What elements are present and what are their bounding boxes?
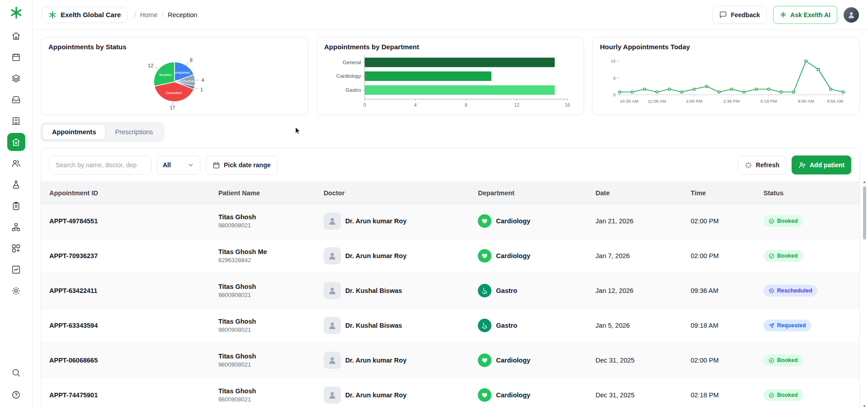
svg-text:12: 12 <box>148 63 153 68</box>
chart-title: Appointments by Status <box>48 43 301 51</box>
send-icon <box>769 323 774 329</box>
doctor-cell: Dr. Arun kumar Roy <box>316 386 470 404</box>
patient-phone: 6296328842 <box>218 257 267 264</box>
svg-text:11:06 AM: 11:06 AM <box>648 99 666 104</box>
patient-phone: 9800908021 <box>218 326 256 333</box>
ask-ai-button[interactable]: Ask Exelth AI <box>773 6 837 24</box>
sidebar-item-lab[interactable] <box>7 175 25 193</box>
heart-icon <box>481 252 488 259</box>
department-name: Cardiology <box>496 252 530 259</box>
svg-text:0: 0 <box>363 103 366 108</box>
department-name: Gastro <box>496 287 517 294</box>
person-icon <box>327 320 337 330</box>
patient-name: Titas Ghosh <box>218 353 256 360</box>
refresh-icon <box>745 161 752 169</box>
tab-appointments[interactable]: Appointments <box>42 124 105 140</box>
department-cell: Cardiology <box>470 388 587 402</box>
department-cell: Gastro <box>470 284 587 297</box>
svg-text:12: 12 <box>611 59 616 64</box>
sidebar-item-settings[interactable] <box>7 282 25 300</box>
scroll-thumb[interactable] <box>863 186 866 240</box>
sidebar-item-help[interactable] <box>7 386 25 404</box>
refresh-label: Refresh <box>756 161 779 169</box>
time-cell: 02:00 PM <box>683 357 755 364</box>
add-patient-button[interactable]: Add patient <box>792 156 851 174</box>
doctor-avatar <box>324 247 341 264</box>
department-cell: Cardiology <box>470 214 587 228</box>
patient-cell: Titas Ghosh 9800908021 <box>210 283 316 298</box>
sparkle-icon <box>48 11 57 19</box>
heart-icon <box>481 217 488 225</box>
sidebar-item-org-chart[interactable] <box>7 218 25 236</box>
date-cell: Jan 12, 2026 <box>587 287 682 294</box>
table-header-row: Appointment IDPatient NameDoctorDepartme… <box>41 182 859 204</box>
sidebar-item-home[interactable] <box>7 27 25 45</box>
doctor-cell: Dr. Kushal Biswas <box>316 317 470 334</box>
date-cell: Jan 5, 2026 <box>587 322 682 329</box>
patient-name: Titas Ghosh <box>218 318 256 325</box>
column-header: Department <box>470 189 587 197</box>
chevron-down-icon <box>187 161 194 169</box>
user-avatar[interactable] <box>844 7 859 23</box>
date-range-button[interactable]: Pick date range <box>206 156 278 174</box>
tab-prescriptions[interactable]: Prescriptions <box>105 124 162 140</box>
sidebar-item-departments[interactable] <box>7 69 25 87</box>
heart-icon <box>481 391 488 399</box>
doctor-name: Dr. Kushal Biswas <box>345 322 402 329</box>
refresh-button[interactable]: Refresh <box>738 156 786 174</box>
doctor-avatar <box>324 282 341 299</box>
feedback-label: Feedback <box>731 11 760 19</box>
scroll-up-arrow[interactable]: ▲ <box>863 180 866 184</box>
sidebar-item-patients[interactable] <box>7 154 25 172</box>
status-chart-card: Appointments by Status 8Completed4Resche… <box>41 37 308 115</box>
sidebar-item-search[interactable] <box>7 363 25 382</box>
person-icon <box>847 10 856 19</box>
patient-phone: 9800908021 <box>218 222 256 229</box>
sidebar-item-calendar[interactable] <box>7 48 25 66</box>
patient-cell: Titas Ghosh 9800908021 <box>210 318 316 333</box>
appointment-id: APPT-49784551 <box>41 217 210 225</box>
department-icon-badge <box>478 388 491 402</box>
column-header: Date <box>587 189 682 197</box>
history-icon <box>769 288 774 294</box>
flask-icon <box>11 180 21 189</box>
department-name: Cardiology <box>496 357 530 364</box>
app-logo[interactable] <box>9 6 23 19</box>
doctor-avatar <box>324 386 341 404</box>
help-icon <box>11 390 21 400</box>
svg-text:17: 17 <box>170 105 175 110</box>
doctor-name: Dr. Arun kumar Roy <box>345 217 407 225</box>
breadcrumb: / Home / Reception <box>134 11 197 19</box>
search-input[interactable] <box>49 156 151 174</box>
sidebar-item-modules[interactable] <box>7 239 25 257</box>
doctor-cell: Dr. Arun kumar Roy <box>316 352 470 369</box>
appointment-id: APPT-06068665 <box>41 357 210 364</box>
sidebar-item-hospital[interactable] <box>7 112 25 130</box>
breadcrumb-home[interactable]: Home <box>140 11 158 19</box>
status-filter-select[interactable]: All <box>157 156 200 174</box>
user-plus-icon <box>798 161 806 169</box>
sidebar-item-inbox[interactable] <box>7 90 25 108</box>
network-icon <box>11 222 21 232</box>
house-medical-icon <box>11 137 21 147</box>
chevron-down-icon <box>187 161 194 169</box>
feedback-button[interactable]: Feedback <box>712 6 767 24</box>
sidebar-item-reception[interactable] <box>7 133 25 151</box>
check-circle-icon <box>769 392 774 398</box>
time-cell: 02:18 PM <box>683 391 755 399</box>
breadcrumb-separator: / <box>134 11 136 19</box>
org-switcher[interactable]: Exelth Global Care <box>42 7 127 23</box>
chart-title: Appointments by Department <box>324 43 576 51</box>
scrollbar[interactable]: ▲ ▼ <box>862 180 867 409</box>
sidebar-item-records[interactable] <box>7 197 25 215</box>
scroll-down-arrow[interactable]: ▼ <box>863 404 866 409</box>
department-icon-badge <box>478 214 491 228</box>
table-row: APPT-63422411 Titas Ghosh 9800908021 Dr.… <box>41 273 859 308</box>
sidebar-item-analytics[interactable] <box>7 260 25 278</box>
person-icon <box>327 216 337 226</box>
svg-text:4: 4 <box>202 77 204 83</box>
building-icon <box>11 116 21 126</box>
status-cell: Booked <box>755 389 859 401</box>
patient-cell: Titas Ghosh 9800908021 <box>210 353 316 368</box>
svg-text:10:30 AM: 10:30 AM <box>620 99 638 104</box>
